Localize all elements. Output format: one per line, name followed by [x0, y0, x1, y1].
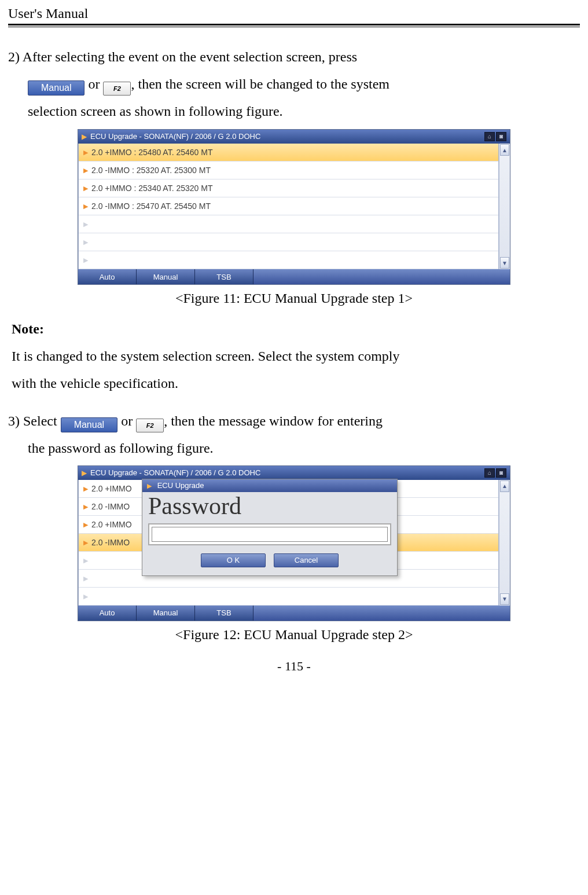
dialog-title-text: ECU Upgrade: [157, 481, 204, 490]
f2-key-inline-2[interactable]: F2: [136, 419, 164, 432]
step-3-prefix: 3): [8, 413, 20, 428]
cancel-button[interactable]: Cancel: [274, 553, 339, 567]
list-item-label: 2.0 +IMMO : 25340 AT. 25320 MT: [91, 179, 212, 197]
note-heading: Note:: [12, 321, 580, 337]
figure-12-screenshot: ▶ ECU Upgrade - SONATA(NF) / 2006 / G 2.…: [78, 465, 510, 621]
arrow-icon: ▶: [83, 480, 88, 497]
arrow-icon: ▶: [83, 534, 88, 551]
scroll-down-icon[interactable]: ▼: [500, 593, 509, 605]
tab-auto[interactable]: Auto: [78, 269, 137, 284]
arrow-icon: ▶: [83, 179, 88, 197]
figure-12-title-text: ECU Upgrade - SONATA(NF) / 2006 / G 2.0 …: [90, 466, 260, 480]
list-item-empty: ▶: [79, 588, 498, 606]
dialog-titlebar: ▶ ECU Upgrade: [142, 479, 397, 492]
step-3-text-a: Select: [23, 413, 61, 428]
arrow-icon: ▶: [83, 144, 88, 161]
list-item-empty: ▶: [79, 233, 498, 251]
note-line-2: with the vehicle specification.: [12, 376, 178, 391]
arrow-icon: ▶: [82, 130, 87, 144]
home-icon[interactable]: ⌂: [484, 468, 495, 478]
figure-11-caption: <Figure 11: ECU Manual Upgrade step 1>: [8, 291, 580, 306]
home-icon[interactable]: ⌂: [484, 132, 495, 141]
password-label: Password: [148, 492, 391, 520]
arrow-icon: ▶: [83, 162, 88, 179]
step-3-text-line2: the password as following figure.: [28, 441, 214, 456]
step-2-text-or: or: [88, 76, 103, 91]
scroll-up-icon[interactable]: ▲: [500, 480, 509, 492]
ok-button[interactable]: O K: [201, 553, 266, 567]
figure-12-caption: <Figure 12: ECU Manual Upgrade step 2>: [8, 627, 580, 643]
header-rule-thin: [8, 27, 580, 27]
header-rule-thick: [8, 24, 580, 25]
figure-11-screenshot: ▶ ECU Upgrade - SONATA(NF) / 2006 / G 2.…: [78, 129, 510, 285]
list-item-label: 2.0 +IMMO : 25480 AT. 25460 MT: [91, 144, 212, 161]
manual-button-inline-2[interactable]: Manual: [61, 417, 117, 432]
scrollbar[interactable]: ▲ ▼: [499, 480, 510, 606]
step-3-text-b: or: [121, 413, 136, 428]
list-item-label: 2.0 +IMMO: [91, 480, 132, 497]
figure-12-titlebar: ▶ ECU Upgrade - SONATA(NF) / 2006 / G 2.…: [78, 466, 510, 480]
figure-11-titlebar: ▶ ECU Upgrade - SONATA(NF) / 2006 / G 2.…: [78, 130, 510, 144]
step-3-paragraph: 3) Select Manual or F2, then the message…: [8, 408, 580, 462]
arrow-icon: ▶: [83, 197, 88, 215]
list-item-label: 2.0 -IMMO: [91, 498, 130, 515]
page-header: User's Manual: [8, 6, 580, 21]
list-item-empty: ▶: [79, 251, 498, 269]
step-2-prefix: 2): [8, 49, 20, 64]
step-2-paragraph: 2) After selecting the event on the even…: [8, 43, 580, 124]
list-item-label: 2.0 -IMMO: [91, 534, 130, 551]
arrow-icon: ▶: [83, 498, 88, 515]
scroll-down-icon[interactable]: ▼: [500, 257, 509, 269]
list-item-empty: ▶: [79, 215, 498, 233]
arrow-icon: ▶: [147, 482, 152, 489]
password-input[interactable]: [152, 527, 388, 542]
step-2-text-c: , then the screen will be changed to the…: [131, 76, 389, 91]
tab-tsb[interactable]: TSB: [195, 606, 253, 621]
f2-key-inline[interactable]: F2: [103, 82, 131, 96]
manual-button-inline[interactable]: Manual: [28, 80, 84, 96]
scroll-up-icon[interactable]: ▲: [500, 144, 509, 156]
step-2-text-line2: selection screen as shown in following f…: [28, 104, 283, 119]
list-item-label: 2.0 +IMMO: [91, 516, 132, 533]
note-line-1: It is changed to the system selection sc…: [12, 349, 400, 364]
tab-manual[interactable]: Manual: [137, 606, 195, 621]
arrow-icon: ▶: [82, 466, 87, 480]
figure-11-title-text: ECU Upgrade - SONATA(NF) / 2006 / G 2.0 …: [90, 130, 260, 144]
list-item[interactable]: ▶2.0 -IMMO : 25470 AT. 25450 MT: [79, 197, 498, 215]
password-field-border: [148, 523, 391, 545]
step-3-text-c: , then the message window for entering: [164, 413, 383, 428]
tab-auto[interactable]: Auto: [78, 606, 137, 621]
page-number: - 115 -: [8, 659, 580, 674]
list-item[interactable]: ▶2.0 -IMMO : 25320 AT. 25300 MT: [79, 162, 498, 179]
list-item[interactable]: ▶2.0 +IMMO : 25480 AT. 25460 MT: [79, 144, 498, 162]
tab-tsb[interactable]: TSB: [195, 269, 253, 284]
tab-manual[interactable]: Manual: [137, 269, 195, 284]
password-dialog: ▶ ECU Upgrade Password O K Cancel: [142, 479, 398, 576]
scrollbar[interactable]: ▲ ▼: [499, 144, 510, 269]
arrow-icon: ▶: [83, 516, 88, 533]
list-item[interactable]: ▶2.0 +IMMO : 25340 AT. 25320 MT: [79, 179, 498, 197]
camera-icon[interactable]: ◙: [496, 468, 506, 478]
list-item-label: 2.0 -IMMO : 25470 AT. 25450 MT: [91, 197, 211, 215]
tab-empty: [253, 269, 510, 284]
list-item-label: 2.0 -IMMO : 25320 AT. 25300 MT: [91, 162, 211, 179]
tab-empty: [253, 606, 510, 621]
step-2-text-a: After selecting the event on the event s…: [23, 49, 357, 64]
camera-icon[interactable]: ◙: [496, 132, 506, 141]
